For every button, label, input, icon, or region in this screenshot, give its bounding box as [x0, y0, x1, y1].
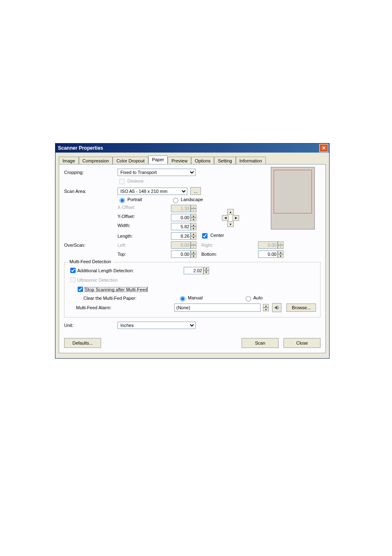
- overscan-top-input[interactable]: [171, 250, 191, 258]
- stop-scanning-label: Stop Scanning after Multi-Feed: [85, 287, 148, 292]
- speaker-icon: [274, 305, 280, 310]
- dpad-left[interactable]: ◀: [222, 215, 228, 221]
- scan-button[interactable]: Scan: [242, 338, 279, 348]
- overscan-left-down: ▼: [191, 245, 196, 249]
- length-down[interactable]: ▼: [191, 236, 196, 240]
- window-title: Scanner Properties: [58, 145, 103, 151]
- page-preview-selection: [274, 170, 312, 213]
- alarm-value-text: (None): [176, 305, 190, 310]
- yoffset-up[interactable]: ▲: [191, 214, 196, 218]
- xoffset-down: ▼: [191, 208, 196, 212]
- overscan-label: OverScan:: [64, 243, 118, 248]
- add-length-up[interactable]: ▲: [203, 267, 209, 271]
- offset-dpad: ▲ ◀ ▶ ▼: [222, 209, 240, 227]
- tab-color-dropout[interactable]: Color Dropout: [113, 157, 148, 164]
- add-length-down[interactable]: ▼: [203, 271, 209, 274]
- cropping-label: Cropping:: [64, 170, 118, 175]
- alarm-label: Multi-Feed Alarm:: [76, 305, 173, 310]
- overscan-left-up: ▲: [191, 241, 196, 245]
- close-icon[interactable]: ✕: [319, 144, 328, 152]
- alarm-value-field[interactable]: (None): [174, 303, 261, 312]
- ultrasonic-checkbox: [70, 277, 76, 283]
- portrait-radio[interactable]: [120, 198, 125, 203]
- overscan-left-label: Left:: [118, 243, 171, 248]
- dpad-up[interactable]: ▲: [227, 209, 234, 215]
- landscape-label: Landscape: [181, 197, 203, 202]
- alarm-up[interactable]: ▲: [263, 304, 269, 308]
- add-length-input[interactable]: [184, 267, 203, 274]
- stop-scanning-checkbox[interactable]: [78, 287, 83, 292]
- defaults-button[interactable]: Defaults...: [64, 338, 101, 348]
- browse-button[interactable]: Browse...: [286, 303, 316, 312]
- paper-panel: Cropping: Fixed to Transport Deskew: [59, 164, 326, 353]
- overscan-top-label: Top:: [118, 252, 171, 257]
- cropping-select[interactable]: Fixed to Transport: [118, 169, 196, 176]
- yoffset-label: Y-Offset:: [118, 214, 171, 221]
- tab-information[interactable]: Information: [236, 157, 266, 164]
- tab-strip: Image Compression Color Dropout Paper Pr…: [59, 155, 326, 164]
- yoffset-down[interactable]: ▼: [191, 218, 196, 221]
- alarm-down[interactable]: ▼: [263, 308, 269, 311]
- width-down[interactable]: ▼: [191, 227, 196, 230]
- unit-select[interactable]: Inches: [118, 322, 196, 329]
- xoffset-input: [171, 205, 191, 212]
- unit-label: Unit:: [64, 323, 118, 328]
- overscan-bottom-input[interactable]: [258, 250, 278, 258]
- overscan-right-input: [258, 241, 278, 249]
- manual-label: Manual: [188, 295, 203, 300]
- tab-paper[interactable]: Paper: [148, 155, 168, 164]
- landscape-radio[interactable]: [173, 198, 178, 203]
- close-button[interactable]: Close: [284, 338, 321, 348]
- scan-area-more-button[interactable]: ...: [190, 187, 201, 195]
- tab-setting[interactable]: Setting: [214, 157, 235, 164]
- svg-marker-0: [274, 306, 277, 310]
- tab-options[interactable]: Options: [191, 157, 214, 164]
- length-input[interactable]: [171, 232, 191, 240]
- scan-area-label: Scan Area:: [64, 189, 118, 194]
- width-label: Width:: [118, 223, 171, 230]
- width-input[interactable]: [171, 223, 191, 230]
- overscan-left-input: [171, 241, 191, 249]
- multi-feed-group: Multi-Feed Detection Additional Length D…: [64, 262, 321, 317]
- dpad-right[interactable]: ▶: [233, 215, 239, 221]
- overscan-top-down[interactable]: ▼: [191, 254, 196, 258]
- center-label: Center: [210, 233, 224, 238]
- scan-area-select[interactable]: ISO A5 - 148 x 210 mm: [118, 188, 187, 195]
- tab-compression[interactable]: Compression: [79, 157, 113, 164]
- clear-label: Clear the Multi-Fed Paper:: [83, 296, 178, 301]
- auto-label: Auto: [253, 295, 263, 300]
- overscan-bottom-down[interactable]: ▼: [278, 254, 284, 258]
- xoffset-label: X-Offset:: [118, 205, 171, 212]
- overscan-right-down: ▼: [278, 245, 284, 249]
- xoffset-up: ▲: [191, 205, 196, 208]
- page-preview: [271, 167, 315, 229]
- portrait-label: Portrait: [127, 197, 142, 202]
- add-length-label: Additional Length Detection:: [77, 268, 134, 273]
- tab-preview[interactable]: Preview: [168, 157, 191, 164]
- ultrasonic-label: Ultrasonic Detection: [77, 278, 118, 283]
- center-checkbox[interactable]: [202, 233, 208, 239]
- auto-radio[interactable]: [246, 296, 251, 301]
- yoffset-input[interactable]: [171, 214, 191, 221]
- multi-feed-title: Multi-Feed Detection: [68, 259, 113, 264]
- overscan-bottom-up[interactable]: ▲: [278, 250, 284, 254]
- tab-image[interactable]: Image: [59, 157, 79, 164]
- deskew-label: Deskew: [127, 178, 143, 183]
- overscan-top-up[interactable]: ▲: [191, 250, 196, 254]
- add-length-checkbox[interactable]: [70, 268, 76, 273]
- overscan-right-up: ▲: [278, 241, 284, 245]
- play-alarm-button[interactable]: [272, 303, 281, 312]
- titlebar: Scanner Properties ✕: [55, 144, 329, 153]
- scanner-properties-window: Scanner Properties ✕ Image Compression C…: [55, 143, 330, 359]
- overscan-right-label: Right:: [201, 243, 226, 248]
- dpad-down[interactable]: ▼: [227, 221, 234, 227]
- manual-radio[interactable]: [180, 296, 185, 301]
- overscan-bottom-label: Bottom:: [201, 252, 226, 257]
- deskew-checkbox: [119, 179, 125, 184]
- width-up[interactable]: ▲: [191, 223, 196, 227]
- length-label: Length:: [118, 234, 171, 239]
- length-up[interactable]: ▲: [191, 232, 196, 236]
